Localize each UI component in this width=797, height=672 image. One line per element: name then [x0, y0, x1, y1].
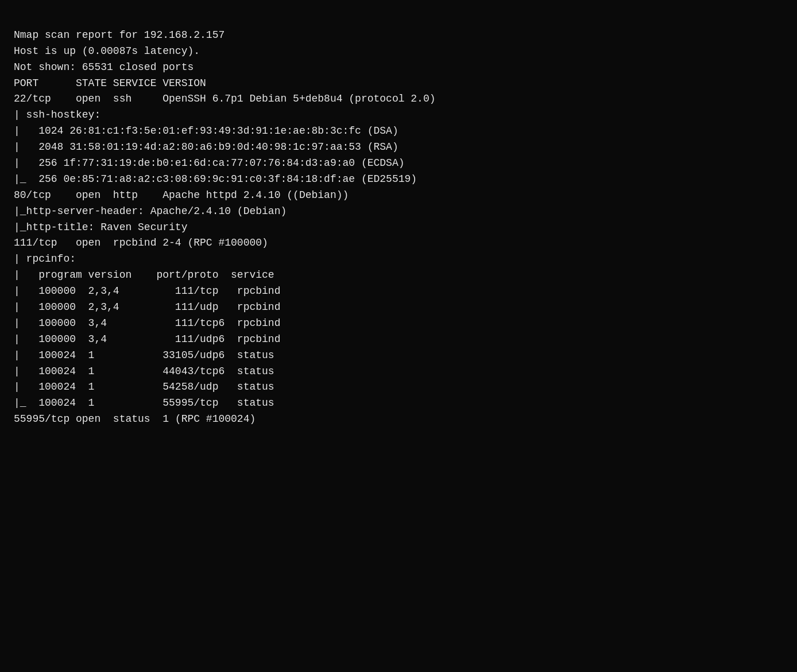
- terminal-line: | rpcinfo:: [14, 251, 783, 267]
- terminal-line: | 100024 1 44043/tcp6 status: [14, 364, 783, 380]
- terminal-line: | 1024 26:81:c1:f3:5e:01:ef:93:49:3d:91:…: [14, 123, 783, 139]
- terminal-line: |_http-server-header: Apache/2.4.10 (Deb…: [14, 204, 783, 220]
- terminal-line: |_ 100024 1 55995/tcp status: [14, 395, 783, 411]
- terminal-line: 80/tcp open http Apache httpd 2.4.10 ((D…: [14, 188, 783, 204]
- terminal-line: |_ 256 0e:85:71:a8:a2:c3:08:69:9c:91:c0:…: [14, 172, 783, 188]
- terminal-line: PORT STATE SERVICE VERSION: [14, 76, 783, 92]
- terminal-line: | 100000 3,4 111/udp6 rpcbind: [14, 332, 783, 348]
- terminal-line: | 100000 3,4 111/tcp6 rpcbind: [14, 316, 783, 332]
- terminal-line: | 100000 2,3,4 111/udp rpcbind: [14, 300, 783, 316]
- terminal-line: 22/tcp open ssh OpenSSH 6.7p1 Debian 5+d…: [14, 91, 783, 107]
- terminal-line: | program version port/proto service: [14, 267, 783, 283]
- terminal-line: Host is up (0.00087s latency).: [14, 44, 783, 60]
- terminal-line: Not shown: 65531 closed ports: [14, 60, 783, 76]
- terminal-line: | 100024 1 54258/udp status: [14, 379, 783, 395]
- terminal-line: | 100000 2,3,4 111/tcp rpcbind: [14, 283, 783, 300]
- terminal-output: Nmap scan report for 192.168.2.157Host i…: [14, 11, 783, 428]
- terminal-line: 55995/tcp open status 1 (RPC #100024): [14, 411, 783, 428]
- terminal-line: Nmap scan report for 192.168.2.157: [14, 28, 783, 44]
- terminal-line: |_http-title: Raven Security: [14, 220, 783, 236]
- terminal-line: | 256 1f:77:31:19:de:b0:e1:6d:ca:77:07:7…: [14, 156, 783, 172]
- terminal-line: 111/tcp open rpcbind 2-4 (RPC #100000): [14, 235, 783, 251]
- terminal-line: | ssh-hostkey:: [14, 107, 783, 123]
- terminal-line: | 2048 31:58:01:19:4d:a2:80:a6:b9:0d:40:…: [14, 139, 783, 156]
- terminal-line: | 100024 1 33105/udp6 status: [14, 348, 783, 364]
